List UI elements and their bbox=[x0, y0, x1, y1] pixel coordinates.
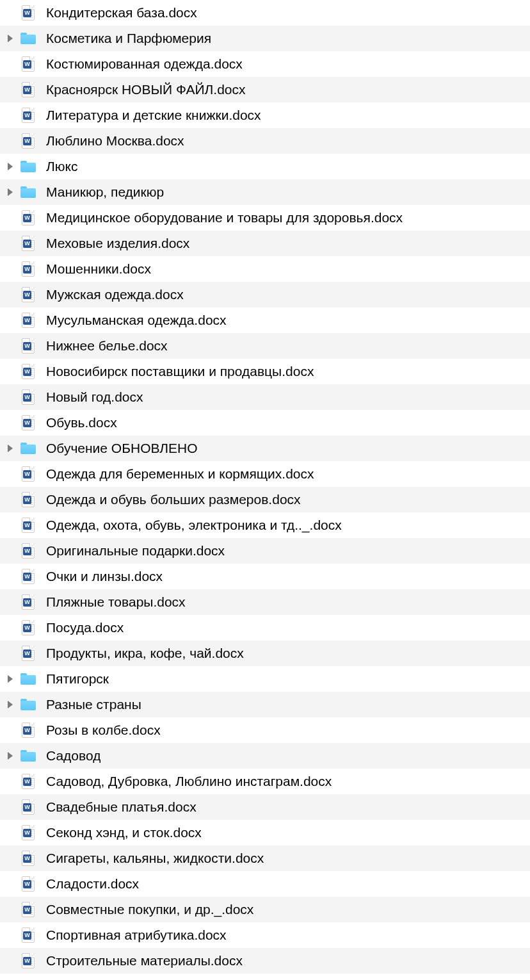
disclosure-cell[interactable] bbox=[4, 752, 17, 760]
folder-icon bbox=[20, 161, 36, 172]
file-row[interactable]: WСвадебные платья.docx bbox=[0, 794, 530, 820]
file-row[interactable]: WПляжные товары.docx bbox=[0, 589, 530, 615]
file-row[interactable]: WПродукты, икра, кофе, чай.docx bbox=[0, 641, 530, 666]
docx-icon: W bbox=[22, 389, 35, 405]
file-row[interactable]: Люкс bbox=[0, 154, 530, 179]
file-name-label: Меховые изделия.docx bbox=[40, 236, 189, 251]
disclosure-cell[interactable] bbox=[4, 701, 17, 708]
file-row[interactable]: WКрасноярск НОВЫЙ ФАЙЛ.docx bbox=[0, 77, 530, 102]
file-row[interactable]: Садовод bbox=[0, 743, 530, 769]
file-row[interactable]: WМошенники.docx bbox=[0, 256, 530, 282]
icon-cell bbox=[17, 443, 40, 454]
folder-icon bbox=[20, 750, 36, 762]
docx-icon: W bbox=[22, 56, 35, 72]
icon-cell: W bbox=[17, 774, 40, 789]
docx-icon: W bbox=[22, 851, 35, 866]
icon-cell bbox=[17, 750, 40, 762]
file-name-label: Садовод bbox=[40, 748, 100, 764]
file-name-label: Кондитерская база.docx bbox=[40, 5, 197, 20]
file-name-label: Мужская одежда.docx bbox=[40, 287, 184, 302]
file-row[interactable]: WНовый год.docx bbox=[0, 384, 530, 410]
icon-cell: W bbox=[17, 543, 40, 559]
icon-cell: W bbox=[17, 82, 40, 97]
docx-icon: W bbox=[22, 108, 35, 123]
file-row[interactable]: WЛитература и детские книжки.docx bbox=[0, 102, 530, 128]
icon-cell: W bbox=[17, 518, 40, 533]
docx-icon: W bbox=[22, 82, 35, 97]
file-row[interactable]: WСтроительные материалы.docx bbox=[0, 948, 530, 974]
word-badge: W bbox=[23, 829, 31, 837]
file-name-label: Одежда и обувь больших размеров.docx bbox=[40, 492, 301, 507]
icon-cell: W bbox=[17, 723, 40, 738]
disclosure-cell[interactable] bbox=[4, 188, 17, 196]
disclosure-cell[interactable] bbox=[4, 35, 17, 42]
file-row[interactable]: Косметика и Парфюмерия bbox=[0, 26, 530, 51]
file-row[interactable]: WПосуда.docx bbox=[0, 615, 530, 641]
icon-cell: W bbox=[17, 594, 40, 610]
icon-cell: W bbox=[17, 389, 40, 405]
icon-cell bbox=[17, 699, 40, 710]
file-row[interactable]: WОдежда для беременных и кормящих.docx bbox=[0, 461, 530, 487]
docx-icon: W bbox=[22, 210, 35, 225]
file-row[interactable]: WКондитерская база.docx bbox=[0, 0, 530, 26]
icon-cell: W bbox=[17, 492, 40, 507]
file-row[interactable]: Разные страны bbox=[0, 692, 530, 717]
file-row[interactable]: WРозы в колбе.docx bbox=[0, 717, 530, 743]
docx-icon: W bbox=[22, 646, 35, 661]
icon-cell: W bbox=[17, 927, 40, 943]
file-name-label: Люкс bbox=[40, 159, 77, 174]
docx-icon: W bbox=[22, 902, 35, 917]
file-row[interactable]: Пятигорск bbox=[0, 666, 530, 692]
icon-cell bbox=[17, 186, 40, 198]
file-name-label: Мошенники.docx bbox=[40, 261, 151, 277]
file-name-label: Продукты, икра, кофе, чай.docx bbox=[40, 646, 244, 661]
file-row[interactable]: WОдежда, охота, обувь, электроника и тд.… bbox=[0, 512, 530, 538]
disclosure-cell[interactable] bbox=[4, 163, 17, 170]
file-row[interactable]: Маникюр, педикюр bbox=[0, 179, 530, 205]
icon-cell bbox=[17, 161, 40, 172]
file-row[interactable]: WСовместные покупки, и др._.docx bbox=[0, 897, 530, 922]
file-name-label: Разные страны bbox=[40, 697, 141, 712]
file-row[interactable]: WОригинальные подарки.docx bbox=[0, 538, 530, 564]
icon-cell: W bbox=[17, 953, 40, 968]
file-name-label: Секонд хэнд, и сток.docx bbox=[40, 825, 202, 840]
file-row[interactable]: Обучение ОБНОВЛЕНО bbox=[0, 436, 530, 461]
icon-cell: W bbox=[17, 851, 40, 866]
word-badge: W bbox=[23, 111, 31, 120]
file-row[interactable]: WЛюблино Москва.docx bbox=[0, 128, 530, 154]
word-badge: W bbox=[23, 521, 31, 530]
folder-icon bbox=[20, 186, 36, 198]
icon-cell: W bbox=[17, 569, 40, 584]
file-name-label: Литература и детские книжки.docx bbox=[40, 108, 261, 123]
word-badge: W bbox=[23, 547, 31, 555]
disclosure-cell[interactable] bbox=[4, 675, 17, 683]
file-row[interactable]: WОчки и линзы.docx bbox=[0, 564, 530, 589]
file-row[interactable]: WОбувь.docx bbox=[0, 410, 530, 436]
file-row[interactable]: WСладости.docx bbox=[0, 871, 530, 897]
file-row[interactable]: WМедицинское оборудование и товары для з… bbox=[0, 205, 530, 231]
word-badge: W bbox=[23, 240, 31, 248]
icon-cell: W bbox=[17, 108, 40, 123]
file-row[interactable]: WМеховые изделия.docx bbox=[0, 231, 530, 256]
file-name-label: Розы в колбе.docx bbox=[40, 723, 161, 738]
word-badge: W bbox=[23, 931, 31, 940]
file-row[interactable]: WНижнее белье.docx bbox=[0, 333, 530, 359]
file-row[interactable]: WСигареты, кальяны, жидкости.docx bbox=[0, 845, 530, 871]
disclosure-cell[interactable] bbox=[4, 445, 17, 452]
file-row[interactable]: WСадовод, Дубровка, Люблино инстаграм.do… bbox=[0, 769, 530, 794]
file-row[interactable]: WМусульманская одежда.docx bbox=[0, 307, 530, 333]
icon-cell bbox=[17, 673, 40, 685]
file-row[interactable]: WОдежда и обувь больших размеров.docx bbox=[0, 487, 530, 512]
icon-cell: W bbox=[17, 364, 40, 379]
chevron-right-icon bbox=[8, 701, 13, 708]
file-row[interactable]: WКостюмированная одежда.docx bbox=[0, 51, 530, 77]
file-row[interactable]: WМужская одежда.docx bbox=[0, 282, 530, 307]
file-row[interactable]: WНовосибирск поставщики и продавцы.docx bbox=[0, 359, 530, 384]
file-row[interactable]: WСеконд хэнд, и сток.docx bbox=[0, 820, 530, 845]
docx-icon: W bbox=[22, 774, 35, 789]
word-badge: W bbox=[23, 726, 31, 735]
file-row[interactable]: WСпортивная атрибутика.docx bbox=[0, 922, 530, 948]
chevron-right-icon bbox=[8, 163, 13, 170]
file-name-label: Новый год.docx bbox=[40, 389, 143, 405]
file-list: WКондитерская база.docxКосметика и Парфю… bbox=[0, 0, 530, 974]
